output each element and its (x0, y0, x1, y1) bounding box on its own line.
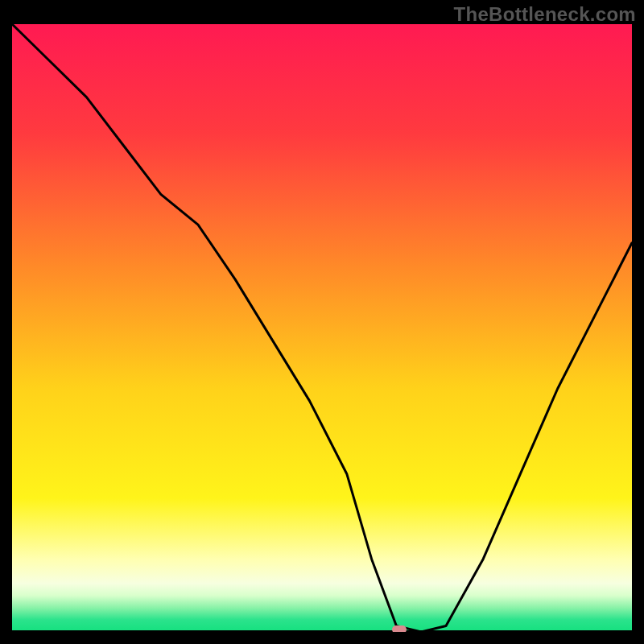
optimal-marker (392, 625, 407, 632)
svg-rect-0 (12, 24, 632, 632)
heat-gradient (12, 24, 632, 632)
chart-frame: TheBottleneck.com (0, 0, 644, 644)
watermark-text: TheBottleneck.com (454, 3, 636, 26)
plot-area (12, 24, 632, 632)
